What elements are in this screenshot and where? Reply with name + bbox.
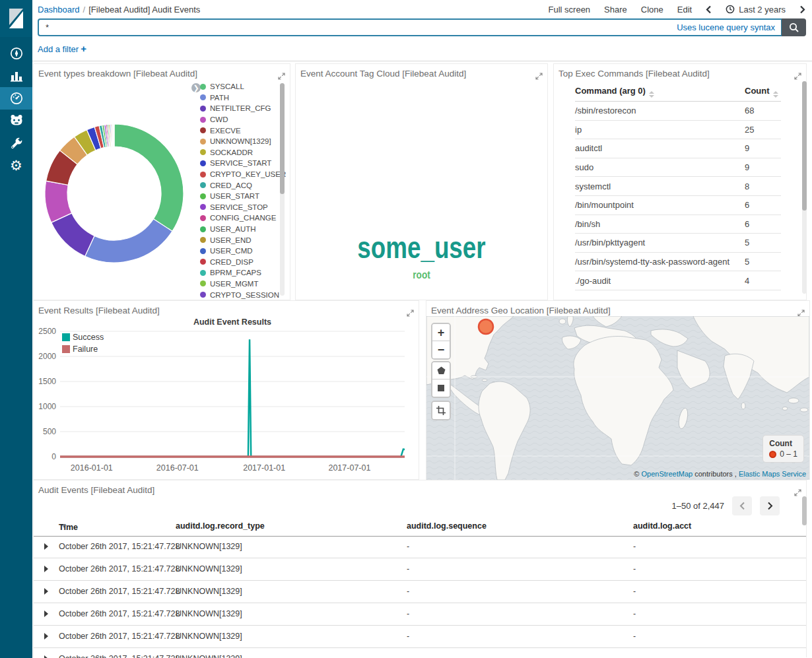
openstreetmap-link[interactable]: OpenStreetMap xyxy=(642,470,693,478)
expand-row-caret-icon[interactable] xyxy=(44,633,48,640)
column-header-command[interactable]: Command (arg 0) xyxy=(575,86,745,98)
time-back-button[interactable] xyxy=(706,5,712,14)
zoom-in-button[interactable]: + xyxy=(432,324,450,341)
command-cell[interactable]: /bin/sh xyxy=(575,219,745,229)
expand-panel-icon[interactable] xyxy=(278,71,285,82)
legend-toggle-icon[interactable]: ❯ xyxy=(191,83,201,92)
expand-panel-icon[interactable] xyxy=(535,71,543,82)
table-scrollbar-thumb[interactable] xyxy=(802,81,807,211)
search-button[interactable] xyxy=(782,18,806,36)
chart-legend-label[interactable]: Failure xyxy=(73,345,98,354)
command-cell[interactable]: /bin/mountpoint xyxy=(575,200,745,210)
table-row: /bin/sh6 xyxy=(575,215,781,234)
draw-rectangle-button[interactable] xyxy=(432,379,450,397)
legend-item[interactable]: CRYPTO_SESSION xyxy=(200,289,278,300)
next-page-button[interactable] xyxy=(760,496,780,515)
time-forward-button[interactable] xyxy=(799,5,805,14)
legend-item[interactable]: BPRM_FCAPS xyxy=(200,267,278,279)
donut-slice-PATH[interactable] xyxy=(85,219,172,263)
legend-item[interactable]: SERVICE_START xyxy=(200,158,278,169)
geo-map[interactable]: + − Count 0 – 1 © OpenStreetMap contribu… xyxy=(426,316,809,480)
column-header-count[interactable]: Count xyxy=(745,86,781,98)
time-picker-button[interactable]: Last 2 years xyxy=(726,5,786,15)
legend-item[interactable]: CRED_ACQ xyxy=(200,180,278,191)
expand-panel-icon[interactable] xyxy=(794,71,801,82)
legend-item[interactable]: UNKNOWN[1329] xyxy=(200,136,278,147)
column-header-acct[interactable]: auditd.log.acct xyxy=(633,521,691,531)
legend-item[interactable]: USER_START xyxy=(200,191,278,202)
sidebar-item-discover[interactable] xyxy=(0,42,32,65)
column-header-time[interactable]: Time xyxy=(59,521,67,531)
query-input[interactable]: * Uses lucene query syntax xyxy=(38,18,782,36)
legend-item[interactable]: NETFILTER_CFG xyxy=(200,103,278,114)
expand-row-caret-icon[interactable] xyxy=(44,588,48,595)
command-cell[interactable]: /usr/bin/pkttyagent xyxy=(575,238,745,247)
y-axis-tick-label: 2000 xyxy=(38,352,56,361)
zoom-out-button[interactable]: − xyxy=(432,341,450,358)
tag-word-some_user[interactable]: some_user xyxy=(357,232,485,263)
acct-cell: - xyxy=(633,654,636,658)
sidebar-item-management[interactable]: ⚙ xyxy=(0,154,32,177)
expand-row-caret-icon[interactable] xyxy=(44,566,48,572)
record-type-cell: UNKNOWN[1329] xyxy=(176,564,242,574)
legend-item[interactable]: USER_CMD xyxy=(200,246,278,257)
donut-slice-CRYPTO_SESSION[interactable] xyxy=(114,124,114,147)
chart-legend-label[interactable]: Success xyxy=(73,333,104,342)
sidebar-item-dashboard[interactable] xyxy=(0,87,32,110)
table-row: ip25 xyxy=(575,121,781,140)
column-header-sequence[interactable]: auditd.log.sequence xyxy=(407,521,487,531)
sidebar-item-visualize[interactable] xyxy=(0,65,32,87)
donut-slice-SYSCALL[interactable] xyxy=(114,124,184,231)
legend-item[interactable]: CRED_DISP xyxy=(200,257,278,268)
legend-scrollbar-thumb[interactable] xyxy=(280,83,285,194)
chart-legend-swatch[interactable] xyxy=(62,333,70,341)
previous-page-button[interactable] xyxy=(732,496,752,515)
command-cell[interactable]: ./go-audit xyxy=(575,276,745,286)
kibana-logo-icon[interactable] xyxy=(0,0,32,37)
tag-word-root[interactable]: root xyxy=(413,269,430,280)
legend-item[interactable]: SERVICE_STOP xyxy=(200,202,278,213)
legend-item[interactable]: PATH xyxy=(200,92,278,104)
command-cell[interactable]: sudo xyxy=(575,162,745,172)
legend-item[interactable]: CRYPTO_KEY_USER xyxy=(200,169,278,180)
sidebar-item-timelion[interactable] xyxy=(0,110,32,132)
crop-button[interactable] xyxy=(432,402,450,419)
audit-event-results-chart[interactable]: Audit Event Results050010001500200025002… xyxy=(37,316,417,478)
legend-item[interactable]: CWD xyxy=(200,114,278,125)
full-screen-button[interactable]: Full screen xyxy=(549,5,591,15)
series-Success[interactable] xyxy=(60,339,405,457)
chart-legend-swatch[interactable] xyxy=(62,345,70,353)
column-header-record-type[interactable]: auditd.log.record_type xyxy=(176,521,265,531)
geo-point-marker[interactable] xyxy=(479,319,493,334)
command-cell[interactable]: auditctl xyxy=(575,143,745,153)
sidebar-item-devtools[interactable] xyxy=(0,132,32,154)
edit-button[interactable]: Edit xyxy=(677,5,692,15)
legend-item[interactable]: USER_MGMT xyxy=(200,279,278,290)
legend-item[interactable]: USER_END xyxy=(200,234,278,246)
legend-item[interactable]: SOCKADDR xyxy=(200,147,278,158)
command-cell[interactable]: /sbin/restorecon xyxy=(575,106,745,115)
command-cell[interactable]: /usr/bin/systemd-tty-ask-password-agent xyxy=(575,257,745,267)
count-cell: 9 xyxy=(745,143,781,153)
legend-item[interactable]: USER_AUTH xyxy=(200,224,278,235)
legend-item[interactable]: EXECVE xyxy=(200,125,278,136)
clone-button[interactable]: Clone xyxy=(641,5,663,15)
panel-scrollbar-thumb[interactable] xyxy=(802,496,807,525)
breadcrumb-dashboard-link[interactable]: Dashboard xyxy=(38,5,80,15)
lucene-syntax-link[interactable]: Uses lucene query syntax xyxy=(677,22,781,32)
command-cell[interactable]: ip xyxy=(575,125,745,135)
elastic-maps-service-link[interactable]: Elastic Maps Service xyxy=(739,470,806,478)
expand-panel-icon[interactable] xyxy=(794,487,801,499)
share-button[interactable]: Share xyxy=(604,5,627,15)
legend-item[interactable]: CONFIG_CHANGE xyxy=(200,213,278,224)
query-value[interactable]: * xyxy=(39,22,677,32)
command-cell[interactable]: systemctl xyxy=(575,181,745,191)
draw-polygon-button[interactable] xyxy=(432,362,450,379)
expand-row-caret-icon[interactable] xyxy=(44,543,48,550)
legend-item[interactable]: SYSCALL xyxy=(200,81,278,92)
event-types-donut-chart[interactable] xyxy=(41,120,187,267)
expand-row-caret-icon[interactable] xyxy=(44,655,48,658)
expand-row-caret-icon[interactable] xyxy=(44,610,48,617)
add-filter-button[interactable]: Add a filter+ xyxy=(38,43,86,54)
audit-table-row: October 26th 2017, 15:21:47.728UNKNOWN[1… xyxy=(34,648,806,658)
